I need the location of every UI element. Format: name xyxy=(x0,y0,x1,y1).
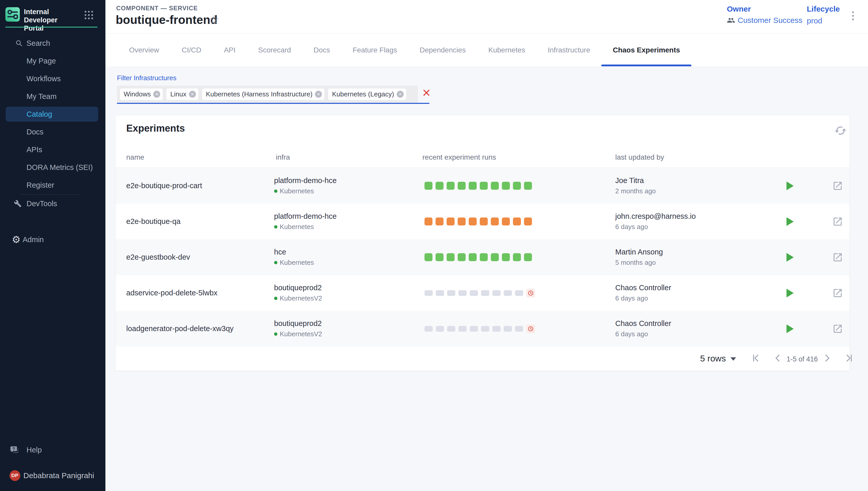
sidebar-item-label: DevTools xyxy=(27,200,57,208)
open-in-new-icon[interactable] xyxy=(832,323,843,334)
infrastructure-filter-field[interactable]: Windows×Linux×Kubernetes (Harness Infras… xyxy=(117,86,418,103)
owner-label: Owner xyxy=(727,5,803,13)
row-actions xyxy=(786,239,849,275)
open-in-new-icon[interactable] xyxy=(832,180,843,191)
recent-runs-strip xyxy=(425,218,532,226)
infra-status-dot xyxy=(274,225,278,229)
sidebar-item-devtools[interactable]: DevTools xyxy=(6,196,98,211)
clear-filters-icon[interactable]: ✕ xyxy=(422,88,431,98)
run-indicator xyxy=(491,182,499,190)
filter-infrastructures-link[interactable]: Filter Infrastructures xyxy=(117,74,176,82)
run-indicator xyxy=(515,326,523,331)
last-updated-cell: Chaos Controller 6 days ago xyxy=(615,275,671,311)
run-indicator xyxy=(458,253,466,261)
chevron-down-icon xyxy=(730,357,736,361)
row-actions xyxy=(786,311,849,347)
run-indicator xyxy=(492,326,500,331)
favorite-star-icon[interactable]: ☆ xyxy=(209,12,219,26)
sidebar-item-register[interactable]: Register xyxy=(6,178,98,193)
run-experiment-button[interactable] xyxy=(786,289,794,297)
previous-page-icon[interactable] xyxy=(773,353,783,363)
experiments-table-body: e2e-boutique-prod-cart platform-demo-hce… xyxy=(115,168,849,347)
open-in-new-icon[interactable] xyxy=(832,288,843,298)
tab-overview[interactable]: Overview xyxy=(118,34,170,66)
tab-ci-cd[interactable]: CI/CD xyxy=(170,34,213,66)
run-indicator xyxy=(469,218,477,226)
first-page-icon[interactable] xyxy=(751,353,761,363)
app-root: Internal Developer Portal Search My Page… xyxy=(0,0,868,491)
tab-chaos-experiments[interactable]: Chaos Experiments xyxy=(601,34,691,66)
sidebar-item-search[interactable]: Search xyxy=(6,36,98,51)
sidebar-item-help[interactable]: ? Help xyxy=(6,442,98,457)
last-updated-cell: Chaos Controller 6 days ago xyxy=(615,311,671,347)
tab-infrastructure[interactable]: Infrastructure xyxy=(537,34,602,66)
tab-feature-flags[interactable]: Feature Flags xyxy=(342,34,409,66)
run-indicator xyxy=(447,290,455,296)
chip-remove-icon[interactable]: × xyxy=(397,91,404,98)
experiment-name: loadgenerator-pod-delete-xw3qy xyxy=(126,311,234,347)
sidebar-item-label: DORA Metrics (SEI) xyxy=(27,163,93,172)
sidebar-item-apis[interactable]: APIs xyxy=(6,142,98,157)
recent-runs-cell xyxy=(425,204,532,239)
column-header-runs: recent experiment runs xyxy=(423,153,496,162)
tab-kubernetes[interactable]: Kubernetes xyxy=(477,34,536,66)
rows-per-page-select[interactable]: 5 rows xyxy=(700,353,736,364)
run-indicator xyxy=(513,182,521,190)
run-indicator xyxy=(436,182,443,190)
sidebar-item-my-team[interactable]: My Team xyxy=(6,89,98,104)
chip-remove-icon[interactable]: × xyxy=(315,91,322,98)
refresh-icon[interactable] xyxy=(834,124,847,137)
open-in-new-icon[interactable] xyxy=(832,252,843,263)
tab-docs[interactable]: Docs xyxy=(302,34,342,66)
brand-title: Internal Developer Portal xyxy=(24,8,78,32)
svg-text:?: ? xyxy=(12,446,15,452)
sidebar-item-dora-metrics[interactable]: DORA Metrics (SEI) xyxy=(6,160,98,175)
run-indicator xyxy=(480,218,488,226)
brand: Internal Developer Portal xyxy=(5,7,100,23)
open-in-new-icon[interactable] xyxy=(832,216,843,227)
sidebar-item-docs[interactable]: Docs xyxy=(6,124,98,139)
chip-remove-icon[interactable]: × xyxy=(153,91,160,98)
last-updated-cell: john.crespo@harness.io 6 days ago xyxy=(615,204,696,239)
chip-remove-icon[interactable]: × xyxy=(189,91,196,98)
run-indicator xyxy=(470,290,478,296)
sidebar-item-catalog[interactable]: Catalog xyxy=(6,107,98,122)
table-row: loadgenerator-pod-delete-xw3qy boutiquep… xyxy=(115,311,849,347)
sidebar-item-my-page[interactable]: My Page xyxy=(6,54,98,68)
run-experiment-button[interactable] xyxy=(786,253,794,262)
run-indicator xyxy=(502,253,510,261)
tab-dependencies[interactable]: Dependencies xyxy=(408,34,477,66)
experiment-name: adservice-pod-delete-5lwbx xyxy=(126,275,218,311)
entity-tabs: OverviewCI/CDAPIScorecardDocsFeature Fla… xyxy=(106,34,868,66)
run-experiment-button[interactable] xyxy=(786,181,794,190)
last-page-icon[interactable] xyxy=(844,353,854,363)
run-experiment-button[interactable] xyxy=(786,217,794,226)
sidebar-divider xyxy=(20,194,80,195)
run-experiment-button[interactable] xyxy=(786,324,794,333)
filter-chip-kubernetes-harness-infrastructure: Kubernetes (Harness Infrastructure)× xyxy=(202,88,325,100)
infra-name: hce xyxy=(274,248,314,256)
filter-chip-kubernetes-legacy: Kubernetes (Legacy)× xyxy=(328,88,406,100)
run-indicator xyxy=(481,290,489,296)
table-row: e2e-boutique-qa platform-demo-hce Kubern… xyxy=(115,204,849,239)
infra-type: Kubernetes xyxy=(280,223,314,231)
run-indicator xyxy=(425,253,432,261)
table-row: adservice-pod-delete-5lwbx boutiqueprod2… xyxy=(115,275,849,311)
user-menu[interactable]: DP Debabrata Panigrahi xyxy=(6,468,101,483)
updated-by: Chaos Controller xyxy=(615,284,671,292)
updated-when: 5 months ago xyxy=(615,259,663,267)
next-page-icon[interactable] xyxy=(822,353,832,363)
infra-status-dot xyxy=(274,190,278,193)
sidebar-item-admin[interactable]: ⚙ Admin xyxy=(6,232,98,247)
run-indicator xyxy=(480,253,488,261)
run-indicator xyxy=(425,182,432,190)
kebab-menu-icon[interactable] xyxy=(850,10,856,22)
recent-runs-strip xyxy=(425,182,532,190)
infra-type: KubernetesV2 xyxy=(280,294,322,302)
tab-scorecard[interactable]: Scorecard xyxy=(247,34,302,66)
run-indicator xyxy=(446,218,455,226)
owner-link[interactable]: Customer Success xyxy=(737,16,803,25)
apps-grid-icon[interactable] xyxy=(85,11,93,19)
tab-api[interactable]: API xyxy=(213,34,247,66)
sidebar-item-workflows[interactable]: Workflows xyxy=(6,71,98,86)
